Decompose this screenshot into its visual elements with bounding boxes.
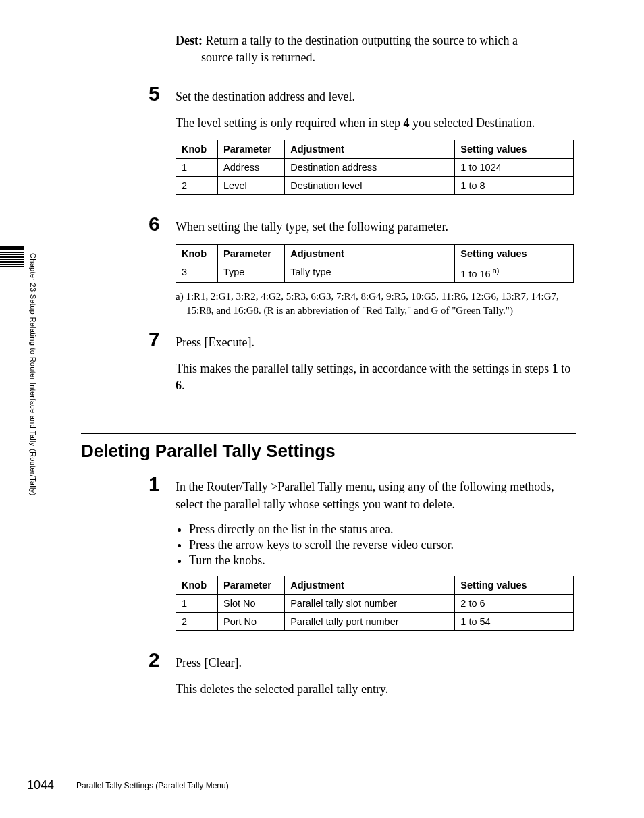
step-7-text: Press [Execute]. — [176, 334, 576, 351]
table-row: 1 Address Destination address 1 to 1024 — [176, 159, 574, 177]
step-number-d1: 1 — [149, 474, 176, 494]
table-row: 2 Port No Parallel tally port number 1 t… — [176, 612, 574, 630]
step-number-5: 5 — [149, 84, 176, 104]
page-footer: 1044 Parallel Tally Settings (Parallel T… — [27, 778, 229, 792]
table-row: 3 Type Tally type 1 to 16 a) — [176, 263, 574, 283]
step-d1-text: In the Router/Tally >Parallel Tally menu… — [176, 479, 576, 512]
th-knob: Knob — [176, 140, 218, 159]
list-item: Press directly on the list in the status… — [189, 522, 576, 537]
step-6-text: When setting the tally type, set the fol… — [176, 219, 576, 236]
th-adjustment: Adjustment — [285, 140, 455, 159]
th-adjustment: Adjustment — [285, 576, 455, 594]
step-d2-sub: This deletes the selected parallel tally… — [176, 681, 576, 698]
dest-label: Dest: — [176, 34, 203, 47]
step-number-d2: 2 — [149, 650, 176, 670]
step-d2-text: Press [Clear]. — [176, 655, 576, 672]
table-row: 2 Level Destination level 1 to 8 — [176, 177, 574, 195]
th-setting-values: Setting values — [455, 576, 574, 594]
table-delete: Knob Parameter Adjustment Setting values… — [176, 576, 574, 631]
bullet-list: Press directly on the list in the status… — [189, 522, 576, 568]
th-parameter: Parameter — [218, 140, 285, 159]
step-5-text: Set the destination address and level. — [176, 88, 576, 105]
dest-description-cont: source tally is returned. — [201, 51, 576, 65]
table-step5: Knob Parameter Adjustment Setting values… — [176, 140, 574, 195]
table-row: 1 Slot No Parallel tally slot number 2 t… — [176, 594, 574, 612]
th-setting-values: Setting values — [455, 140, 574, 159]
th-adjustment: Adjustment — [285, 244, 455, 263]
th-setting-values: Setting values — [455, 244, 574, 263]
footer-divider — [65, 780, 65, 792]
step-number-7: 7 — [149, 329, 176, 350]
th-knob: Knob — [176, 244, 218, 263]
th-parameter: Parameter — [218, 576, 285, 594]
th-knob: Knob — [176, 576, 218, 594]
step-number-6: 6 — [149, 214, 176, 234]
step-5-sub: The level setting is only required when … — [176, 115, 576, 132]
footer-text: Parallel Tally Settings (Parallel Tally … — [76, 781, 229, 790]
table-step6: Knob Parameter Adjustment Setting values… — [176, 244, 574, 283]
dest-description: Dest: Return a tally to the destination … — [176, 34, 576, 48]
list-item: Press the arrow keys to scroll the rever… — [189, 538, 576, 552]
step-7-sub: This makes the parallel tally settings, … — [176, 360, 576, 394]
list-item: Turn the knobs. — [189, 553, 576, 568]
page-number: 1044 — [27, 778, 54, 792]
section-title-deleting: Deleting Parallel Tally Settings — [81, 433, 576, 462]
footnote-a: a) 1:R1, 2:G1, 3:R2, 4:G2, 5:R3, 6:G3, 7… — [176, 290, 576, 317]
th-parameter: Parameter — [218, 244, 285, 263]
